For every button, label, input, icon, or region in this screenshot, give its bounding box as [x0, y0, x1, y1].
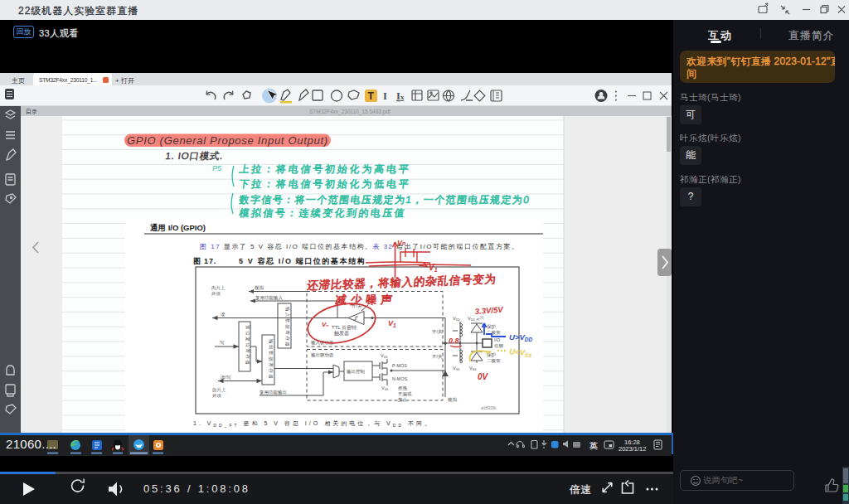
svg-text:模拟信号：连续变化到的电压值: 模拟信号：连续变化到的电压值 [239, 207, 407, 219]
svg-text:外设: 外设 [212, 393, 222, 398]
svg-text:减少噪声: 减少噪声 [335, 293, 397, 306]
svg-text:开漏或: 开漏或 [398, 391, 412, 397]
svg-text:二极管: 二极管 [487, 330, 501, 336]
svg-text:GPIO (General Propose Input Ou: GPIO (General Propose Input Output) [127, 134, 328, 147]
svg-text:开/关: 开/关 [432, 354, 443, 359]
svg-text:5 V 容忍 I/O 端口位的基本结构: 5 V 容忍 I/O 端口位的基本结构 [239, 257, 366, 265]
svg-text:输入数据寄存器: 输入数据寄存器 [284, 307, 290, 348]
svg-text:图 17 显示了 5 V 容忍 I/O 端口位的基本结构。表: 图 17 显示了 5 V 容忍 I/O 端口位的基本结构。表 32 给出了I/O… [200, 243, 519, 250]
svg-text:下拉：将电信号初始化为低电平: 下拉：将电信号初始化为低电平 [239, 178, 412, 190]
svg-text:T: T [368, 90, 375, 102]
svg-text:ai15939b: ai15939b [481, 406, 497, 410]
svg-text:通用 I/O (GPIO): 通用 I/O (GPIO) [150, 223, 206, 232]
svg-text:数字信号：将一个范围电压规定为1，一个范围电压规定为0: 数字信号：将一个范围电压规定为1，一个范围电压规定为0 [239, 194, 531, 206]
svg-text:读/写: 读/写 [220, 375, 231, 380]
svg-text:引脚: 引脚 [494, 343, 503, 349]
svg-text:0.8: 0.8 [449, 337, 459, 345]
svg-text:模拟: 模拟 [255, 285, 264, 290]
svg-text:开/关: 开/关 [432, 329, 443, 334]
svg-text:P5: P5 [212, 164, 222, 172]
svg-text:英: 英 [589, 441, 598, 450]
svg-text:自片上: 自片上 [212, 387, 226, 393]
svg-text:图 17.: 图 17. [193, 257, 216, 265]
svg-text:2023/1/12: 2023/1/12 [619, 445, 646, 453]
svg-text:上拉：将电信号初始化为高电平: 上拉：将电信号初始化为高电平 [239, 163, 412, 175]
svg-text:触发器: 触发器 [334, 330, 349, 337]
svg-text:读: 读 [220, 312, 226, 317]
svg-text:外设: 外设 [211, 291, 221, 296]
svg-text:Ix: Ix [396, 90, 405, 102]
svg-text:I/O: I/O [494, 337, 501, 342]
svg-text:推挽: 推挽 [398, 385, 408, 391]
svg-text:保护: 保护 [487, 324, 496, 329]
svg-text:输出数据寄存器: 输出数据寄存器 [268, 339, 274, 380]
svg-text:置位复位寄存器: 置位复位寄存器 [245, 325, 250, 366]
svg-text:复用功能输入: 复用功能输入 [255, 295, 284, 301]
svg-text:复用功能输出: 复用功能输出 [260, 390, 287, 395]
svg-text:1. IO口模式.: 1. IO口模式. [165, 151, 224, 161]
svg-text:TTL 肖密特: TTL 肖密特 [332, 324, 357, 331]
svg-text:向片上: 向片上 [211, 285, 226, 291]
svg-text:P-MOS: P-MOS [392, 363, 407, 368]
svg-text:N-MOS: N-MOS [392, 376, 408, 381]
svg-text:输出驱动器: 输出驱动器 [311, 352, 334, 358]
svg-text:0V: 0V [478, 372, 489, 381]
svg-text:写: 写 [220, 340, 225, 345]
svg-text:模拟: 模拟 [448, 397, 458, 402]
svg-text:输出控制: 输出控制 [347, 369, 366, 375]
svg-text:I: I [383, 90, 387, 102]
svg-text:二极管: 二极管 [487, 358, 501, 364]
